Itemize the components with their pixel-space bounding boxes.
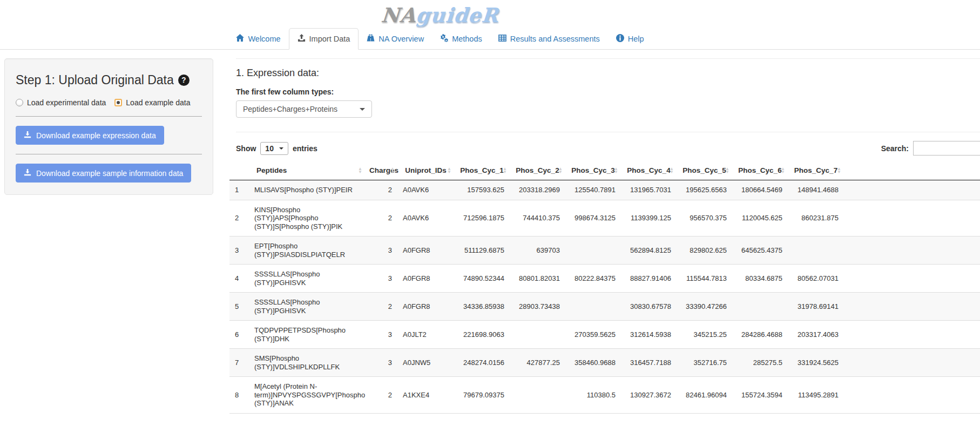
column-header-phos_cyc_6[interactable]: Phos_Cyc_6▲▼ xyxy=(732,161,788,180)
table-row[interactable]: 8M[Acetyl (Protein N-term)]NPVYSPGSSGVPY… xyxy=(229,377,980,414)
radio-load-experimental-data[interactable]: Load experimental data xyxy=(16,98,106,107)
cell-value: 860231.875 xyxy=(788,200,844,236)
column-types-select[interactable]: Peptides+Charges+Proteins xyxy=(236,100,372,118)
table-row[interactable]: 2KINS[Phospho (STY)]APS[Phospho (STY)]S[… xyxy=(229,200,980,236)
page-length-select[interactable]: 10 xyxy=(260,142,288,155)
show-label: Show xyxy=(236,144,256,153)
table-row[interactable]: 3EPT[Phospho (STY)]PSIASDISLPIATQELR3A0F… xyxy=(229,236,980,265)
cell-value: 331924.5625 xyxy=(788,349,844,377)
column-header-label: Phos_Cyc_2 xyxy=(516,166,559,174)
nav-tab-list: Welcome Import Data NA Overview Methods … xyxy=(0,28,880,49)
tab-methods[interactable]: Methods xyxy=(432,28,490,50)
column-header-uniprot_ids[interactable]: Uniprot_IDs▲▼ xyxy=(397,161,454,180)
cell-value: 34336.85938 xyxy=(454,293,510,321)
question-circle-icon[interactable]: ? xyxy=(178,75,190,86)
column-header-rownames[interactable] xyxy=(229,161,249,180)
cell-value: 345215.25 xyxy=(677,321,732,349)
cell-charge: 2 xyxy=(365,377,397,414)
column-header-charges[interactable]: Charges▲▼ xyxy=(365,161,397,180)
cell-value: 80562.07031 xyxy=(788,265,844,293)
main-area: 1. Expression data: The first few column… xyxy=(213,58,980,414)
cell-value: 829802.625 xyxy=(677,236,732,265)
radio-load-example-data[interactable]: Load example data xyxy=(114,98,190,107)
cell-value xyxy=(510,377,565,414)
column-header-phos_cyc_5[interactable]: Phos_Cyc_5▲▼ xyxy=(677,161,732,180)
radio-checked-icon[interactable] xyxy=(114,99,122,106)
cell-value: 956570.375 xyxy=(677,200,732,236)
section-divider xyxy=(236,58,980,59)
table-row[interactable]: 4SSSSLLAS[Phospho (STY)]PGHISVK3A0FGR874… xyxy=(229,265,980,293)
tab-label: Import Data xyxy=(309,35,350,43)
column-header-label: Phos_Cyc_1 xyxy=(460,166,503,174)
column-header-phos_cyc_7[interactable]: Phos_Cyc_7▲▼ xyxy=(788,161,844,180)
app-header: NAguideR xyxy=(0,0,880,27)
sort-arrows-icon[interactable]: ▲▼ xyxy=(781,167,785,174)
cell-value: 352716.75 xyxy=(677,349,732,377)
logo-part-na: NA xyxy=(381,3,417,27)
cell-value: 1139399.125 xyxy=(621,200,677,236)
cell-value: 155724.3594 xyxy=(732,377,788,414)
sort-arrows-icon[interactable]: ▲▼ xyxy=(837,167,841,174)
tab-import-data[interactable]: Import Data xyxy=(289,28,359,50)
cell-value: 203317.4063 xyxy=(788,321,844,349)
column-header-phos_cyc_1[interactable]: Phos_Cyc_1▲▼ xyxy=(454,161,510,180)
column-header-label: Phos_Cyc_3 xyxy=(571,166,614,174)
column-header-phos_cyc_3[interactable]: Phos_Cyc_3▲▼ xyxy=(565,161,621,180)
cell-value: 639703 xyxy=(510,236,565,265)
cell-peptide: SSSSLLAS[Phospho (STY)]PGHISVK xyxy=(249,265,365,293)
cell-value: 285275.5 xyxy=(732,349,788,377)
column-header-label: Phos_Cyc_7 xyxy=(794,166,837,174)
download-example-expression-button[interactable]: Download example expression data xyxy=(16,126,164,145)
radio-unchecked-icon[interactable] xyxy=(16,99,23,106)
cell-uniprot-id: A0FGR8 xyxy=(397,236,454,265)
cell-value: 30830.67578 xyxy=(621,293,677,321)
table-body: 1MLISAVS[Phospho (STY)]PEIR2A0AVK6157593… xyxy=(229,180,980,414)
sort-arrows-icon[interactable]: ▲▼ xyxy=(447,167,451,174)
row-index: 5 xyxy=(229,293,249,321)
tab-welcome[interactable]: Welcome xyxy=(228,28,288,50)
table-row[interactable]: 7SMS[Phospho (STY)]VDLSHIPLKDPLLFK3A0JNW… xyxy=(229,349,980,377)
cell-value: 115544.7813 xyxy=(677,265,732,293)
tab-label: NA Overview xyxy=(379,35,424,43)
app-logo: NAguideR xyxy=(381,3,500,27)
cell-value: 110380.5 xyxy=(565,377,621,414)
column-header-label: Phos_Cyc_4 xyxy=(627,166,670,174)
upload-panel: Step 1: Upload Original Data ? Load expe… xyxy=(4,58,213,195)
table-row[interactable]: 6TQDPVPPETPSDS[Phospho (STY)]DHK3A0JLT22… xyxy=(229,321,980,349)
tab-results-assessments[interactable]: Results and Assessments xyxy=(490,28,608,50)
sort-arrows-icon[interactable]: ▲▼ xyxy=(670,167,674,174)
column-header-phos_cyc_4[interactable]: Phos_Cyc_4▲▼ xyxy=(621,161,677,180)
search-input[interactable] xyxy=(913,141,980,156)
sort-arrows-icon[interactable]: ▲▼ xyxy=(725,167,729,174)
home-icon xyxy=(236,34,244,44)
sort-arrows-icon[interactable]: ▲▼ xyxy=(503,167,507,174)
column-header-peptides[interactable]: Peptides▲▼ xyxy=(249,161,365,180)
sort-arrows-icon[interactable]: ▲▼ xyxy=(558,167,563,174)
sort-arrows-icon[interactable]: ▲▼ xyxy=(358,167,362,174)
cell-peptide: SMS[Phospho (STY)]VDLSHIPLKDPLLFK xyxy=(249,349,365,377)
table-icon xyxy=(498,34,506,44)
cell-value: 80334.6875 xyxy=(732,265,788,293)
sort-arrows-icon[interactable]: ▲▼ xyxy=(390,167,395,174)
tab-label: Welcome xyxy=(248,35,280,43)
cell-filler xyxy=(844,377,980,414)
tab-help[interactable]: Help xyxy=(608,28,652,50)
step1-title: Step 1: Upload Original Data ? xyxy=(16,73,202,87)
table-row[interactable]: 5SSSSLLAS[Phospho (STY)]PGHISVK2A0FGR834… xyxy=(229,293,980,321)
cell-filler xyxy=(844,265,980,293)
binoculars-icon xyxy=(367,34,375,44)
button-label: Download example expression data xyxy=(36,131,156,140)
sort-arrows-icon[interactable]: ▲▼ xyxy=(614,167,618,174)
cell-charge: 3 xyxy=(365,321,397,349)
column-header-phos_cyc_2[interactable]: Phos_Cyc_2▲▼ xyxy=(510,161,565,180)
column-header-label: Phos_Cyc_6 xyxy=(738,166,781,174)
logo-part-guider: guideR xyxy=(415,3,499,27)
cell-value: 195625.6563 xyxy=(677,180,732,200)
cell-peptide: EPT[Phospho (STY)]PSIASDISLPIATQELR xyxy=(249,236,365,265)
tab-na-overview[interactable]: NA Overview xyxy=(359,28,432,50)
download-example-sample-info-button[interactable]: Download example sample information data xyxy=(16,164,191,183)
button-label: Download example sample information data xyxy=(36,169,183,178)
table-row[interactable]: 1MLISAVS[Phospho (STY)]PEIR2A0AVK6157593… xyxy=(229,180,980,200)
gears-icon xyxy=(440,34,448,44)
show-entries-control: Show 10 entries xyxy=(236,142,317,155)
